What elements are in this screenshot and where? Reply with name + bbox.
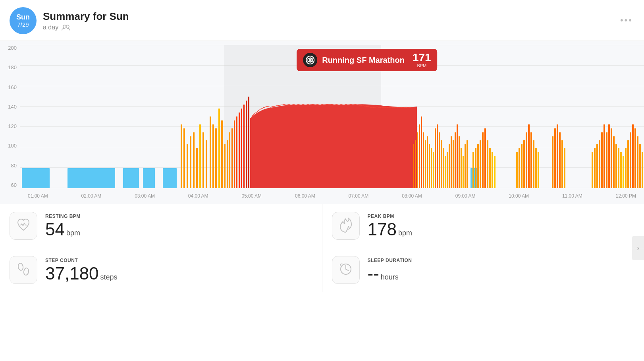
svg-rect-95	[606, 132, 607, 188]
svg-rect-7	[163, 168, 177, 188]
svg-rect-50	[443, 148, 444, 188]
peak-bpm-unit: bpm	[398, 229, 412, 237]
step-count-info: STEP COUNT 37,180 steps	[45, 258, 118, 282]
x-label-10am: 10:00 AM	[509, 193, 529, 199]
svg-rect-32	[243, 105, 245, 188]
svg-rect-85	[557, 124, 558, 188]
svg-rect-35	[413, 144, 414, 188]
svg-rect-51	[445, 156, 446, 188]
sleep-duration-value: --	[368, 265, 379, 282]
resting-bpm-value: 54	[45, 221, 65, 238]
svg-rect-26	[229, 132, 230, 188]
svg-rect-57	[457, 124, 458, 188]
svg-rect-105	[630, 132, 631, 188]
svg-rect-67	[482, 132, 484, 188]
svg-rect-96	[608, 124, 610, 188]
svg-point-112	[18, 263, 24, 271]
svg-rect-90	[594, 148, 596, 188]
header-text: Summary for Sun a day	[43, 10, 129, 31]
svg-rect-102	[623, 156, 624, 188]
svg-rect-56	[455, 132, 456, 188]
y-label-180: 180	[8, 64, 17, 70]
svg-rect-86	[559, 132, 561, 188]
stats-grid: RESTING BPM 54 bpm PEAK	[0, 204, 644, 292]
app-container: Sun 7/29 Summary for Sun a day •••	[0, 0, 644, 361]
sleep-duration-label: SLEEP DURATION	[368, 258, 412, 263]
svg-rect-92	[599, 140, 600, 188]
svg-rect-71	[492, 152, 493, 188]
svg-rect-36	[415, 140, 416, 188]
svg-rect-70	[489, 148, 491, 188]
svg-rect-72	[494, 156, 496, 188]
svg-rect-54	[451, 136, 452, 188]
step-count-icon-box	[10, 256, 37, 284]
svg-rect-43	[429, 144, 430, 188]
svg-rect-11	[183, 128, 185, 188]
svg-rect-34	[248, 97, 249, 188]
step-count-unit: steps	[100, 273, 118, 281]
chart-container: 200 180 160 140 120 100 80 60	[0, 41, 644, 204]
svg-rect-58	[459, 136, 460, 188]
svg-rect-63	[472, 152, 474, 188]
svg-rect-99	[615, 144, 617, 188]
svg-rect-3	[22, 168, 50, 188]
x-label-2am: 02:00 AM	[81, 193, 102, 199]
svg-rect-76	[523, 140, 525, 188]
y-label-100: 100	[8, 143, 17, 149]
svg-rect-101	[620, 152, 622, 188]
svg-rect-55	[453, 140, 454, 188]
x-label-11am: 11:00 AM	[562, 193, 582, 199]
sleep-icon	[338, 261, 353, 279]
peak-bpm-icon-box	[332, 212, 360, 240]
svg-rect-23	[221, 120, 223, 188]
x-label-12pm: 12:00 PM	[616, 193, 636, 199]
x-label-8am: 08:00 AM	[402, 193, 422, 199]
svg-rect-100	[618, 148, 619, 188]
activity-bpm: 171 BPM	[413, 52, 431, 68]
svg-rect-93	[601, 132, 603, 188]
sleep-duration-info: SLEEP DURATION -- hours	[368, 258, 412, 282]
svg-rect-22	[218, 109, 220, 188]
svg-rect-16	[199, 124, 201, 188]
stats-wrapper: RESTING BPM 54 bpm PEAK	[0, 204, 644, 292]
flame-icon	[338, 217, 353, 235]
svg-rect-33	[246, 101, 247, 188]
heart-icon	[15, 217, 31, 235]
svg-rect-109	[639, 144, 641, 188]
x-label-9am: 09:00 AM	[455, 193, 476, 199]
sleep-duration-unit: hours	[381, 273, 399, 281]
resting-bpm-label: RESTING BPM	[45, 213, 81, 219]
svg-rect-98	[613, 136, 615, 188]
svg-rect-20	[212, 124, 214, 188]
y-axis: 200 180 160 140 120 100 80 60	[0, 45, 20, 188]
svg-rect-73	[516, 152, 518, 188]
svg-rect-38	[419, 124, 420, 188]
svg-rect-52	[447, 152, 448, 188]
svg-rect-21	[215, 128, 217, 188]
peak-bpm-label: PEAK BPM	[368, 213, 412, 219]
stat-card-step-count: STEP COUNT 37,180 steps	[0, 248, 322, 292]
svg-rect-65	[477, 144, 479, 188]
svg-rect-24	[224, 144, 226, 188]
svg-rect-81	[535, 148, 537, 188]
svg-rect-78	[528, 124, 530, 188]
svg-rect-107	[634, 128, 636, 188]
svg-rect-94	[604, 124, 605, 188]
svg-rect-49	[441, 140, 442, 188]
svg-rect-77	[526, 132, 527, 188]
stat-card-peak-bpm: PEAK BPM 178 bpm	[322, 204, 644, 248]
svg-rect-29	[236, 116, 237, 188]
more-button[interactable]: •••	[620, 15, 633, 25]
y-label-200: 200	[8, 45, 17, 51]
chevron-right-icon: ›	[637, 243, 640, 252]
svg-rect-91	[596, 144, 598, 188]
x-label-7am: 07:00 AM	[349, 193, 369, 199]
svg-rect-37	[417, 132, 418, 188]
svg-rect-42	[427, 136, 428, 188]
header-subtitle: a day	[43, 24, 129, 31]
group-icon	[62, 24, 70, 31]
svg-rect-12	[187, 144, 188, 188]
svg-rect-10	[181, 124, 182, 188]
svg-rect-69	[487, 140, 488, 188]
nav-arrow-next[interactable]: ›	[632, 236, 644, 260]
